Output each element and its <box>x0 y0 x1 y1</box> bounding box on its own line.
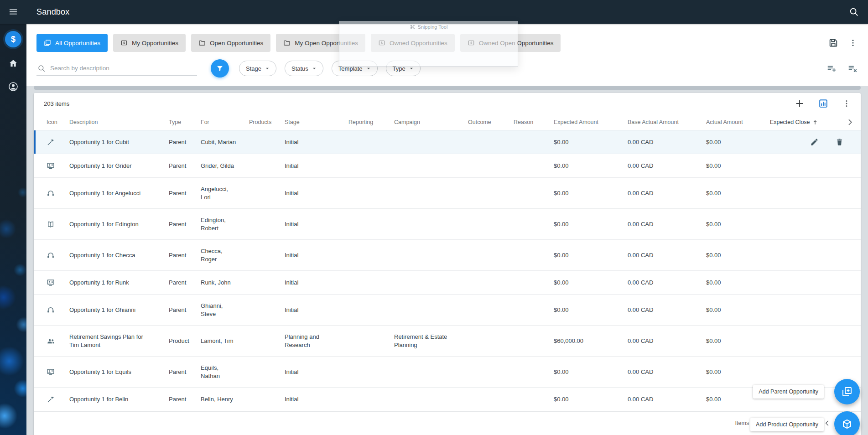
cell-description: Retirement Savings Plan for Tim Lamont <box>69 333 169 349</box>
column-header-description[interactable]: Description <box>69 119 169 125</box>
copy-icon <box>44 39 51 47</box>
monitor-icon <box>34 368 69 376</box>
folder-icon <box>198 39 206 47</box>
delete-row-button[interactable] <box>834 136 845 148</box>
column-header-expected-close[interactable]: Expected Close <box>770 119 839 125</box>
chevron-left-icon <box>823 419 832 427</box>
view-chips-row: All Opportunities My Opportunities Open … <box>26 24 868 52</box>
view-chip-all-opportunities[interactable]: All Opportunities <box>36 34 108 52</box>
opportunity-icon <box>378 39 385 47</box>
table-row[interactable]: Opportunity 1 for Cubit Parent Cubit, Ma… <box>34 130 861 154</box>
table-row[interactable]: Opportunity 1 for Edington Parent Edingt… <box>34 209 861 240</box>
cell-base-actual-amount: 0.00 CAD <box>628 279 706 287</box>
column-header-actual-amount[interactable]: Actual Amount <box>706 119 770 125</box>
previous-page-button[interactable] <box>823 419 832 427</box>
cell-description: Opportunity 1 for Checca <box>69 251 169 259</box>
add-product-opportunity-fab[interactable] <box>834 411 860 435</box>
dropdown-label: Stage <box>246 65 261 72</box>
playlist-add-icon <box>826 63 837 73</box>
column-header-type[interactable]: Type <box>169 119 201 125</box>
cell-base-actual-amount: 0.00 CAD <box>628 368 706 376</box>
sidebar-item-home[interactable] <box>6 57 20 70</box>
template-filter-dropdown[interactable]: Template <box>332 61 378 76</box>
cell-for: Ghianni, Steve <box>201 302 249 318</box>
chip-label: All Opportunities <box>55 40 100 47</box>
table-row[interactable]: Opportunity 1 for Checca Parent Checca, … <box>34 240 861 271</box>
playlist-add-button[interactable] <box>825 62 838 75</box>
column-header-icon[interactable]: Icon <box>34 119 69 125</box>
table-paginator: Items per page <box>34 411 861 435</box>
items-count: 203 items <box>44 100 69 107</box>
monitor-icon <box>34 162 69 170</box>
table-row[interactable]: Opportunity 1 for Runk Parent Runk, John… <box>34 271 861 295</box>
card-more-button[interactable] <box>841 98 852 109</box>
construction-icon <box>34 395 69 404</box>
column-header-campaign[interactable]: Campaign <box>394 119 468 125</box>
add-button[interactable] <box>793 97 806 110</box>
cell-actual-amount: $0.00 <box>706 251 770 259</box>
column-header-for[interactable]: For <box>201 119 249 125</box>
cell-stage: Initial <box>285 251 348 259</box>
kebab-menu-icon <box>842 99 851 108</box>
status-filter-dropdown[interactable]: Status <box>285 61 323 76</box>
playlist-remove-icon <box>847 63 858 73</box>
bar-chart-icon <box>818 98 828 109</box>
save-view-button[interactable] <box>827 36 840 49</box>
home-icon <box>8 58 18 68</box>
cell-description: Opportunity 1 for Belin <box>69 395 169 404</box>
table-row[interactable]: Opportunity 1 for Angelucci Parent Angel… <box>34 178 861 209</box>
table-row[interactable]: Opportunity 1 for Belin Parent Belin, He… <box>34 388 861 411</box>
column-header-expected-amount[interactable]: Expected Amount <box>554 119 628 125</box>
column-header-reporting[interactable]: Reporting <box>348 119 394 125</box>
column-header-base-actual-amount[interactable]: Base Actual Amount <box>628 119 706 125</box>
view-chip-my-open-opportunities[interactable]: My Open Opportunities <box>276 34 365 52</box>
add-parent-opportunity-fab[interactable] <box>834 379 860 404</box>
view-chip-owned-opportunities[interactable]: Owned Opportunities <box>371 34 455 52</box>
chip-label: Open Opportunities <box>210 40 263 47</box>
column-header-outcome[interactable]: Outcome <box>468 119 514 125</box>
column-header-products[interactable]: Products <box>249 119 285 125</box>
cell-expected-amount: $0.00 <box>554 306 628 314</box>
cell-for: Belin, Henry <box>201 395 249 404</box>
headset-icon <box>34 306 69 314</box>
horizontal-scrollbar[interactable] <box>34 86 861 90</box>
toolbar-more-button[interactable] <box>847 37 859 49</box>
search-input[interactable] <box>50 65 196 72</box>
sidebar-item-opportunities[interactable]: $ <box>5 31 21 47</box>
view-chip-open-opportunities[interactable]: Open Opportunities <box>191 34 270 52</box>
table-row[interactable]: Retirement Savings Plan for Tim Lamont P… <box>34 326 861 357</box>
stage-filter-dropdown[interactable]: Stage <box>239 61 276 76</box>
type-filter-dropdown[interactable]: Type <box>386 61 421 76</box>
chip-label: My Opportunities <box>132 40 178 47</box>
cell-description: Opportunity 1 for Angelucci <box>69 189 169 197</box>
column-header-reason[interactable]: Reason <box>514 119 554 125</box>
chart-view-button[interactable] <box>817 97 830 110</box>
fab-label-add-parent: Add Parent Opportunity <box>753 385 824 399</box>
scroll-columns-right-button[interactable] <box>845 118 854 127</box>
cell-description: Opportunity 1 for Grider <box>69 162 169 170</box>
cube-icon <box>842 419 852 430</box>
view-chip-owned-open-opportunities[interactable]: Owned Open Opportunities <box>460 34 561 52</box>
search-field[interactable] <box>36 62 197 76</box>
dollar-icon: $ <box>11 35 16 44</box>
playlist-remove-button[interactable] <box>846 62 859 75</box>
filter-button[interactable] <box>211 59 229 78</box>
edit-row-button[interactable] <box>809 136 820 148</box>
cell-for: Angelucci, Lori <box>201 185 249 201</box>
table-row[interactable]: Opportunity 1 for Ghianni Parent Ghianni… <box>34 295 861 326</box>
hamburger-menu-icon[interactable] <box>0 7 26 17</box>
cell-description: Opportunity 1 for Cubit <box>69 138 169 146</box>
column-header-stage[interactable]: Stage <box>285 119 348 125</box>
cell-type: Parent <box>169 251 201 259</box>
search-icon[interactable] <box>849 7 859 17</box>
cell-expected-amount: $0.00 <box>554 279 628 287</box>
view-chip-my-opportunities[interactable]: My Opportunities <box>113 34 186 52</box>
sidebar-item-account[interactable] <box>6 79 21 94</box>
trash-icon <box>835 138 844 146</box>
table-row[interactable]: Opportunity 1 for Equils Parent Equils, … <box>34 357 861 388</box>
table-row[interactable]: Opportunity 1 for Grider Parent Grider, … <box>34 154 861 178</box>
page-title: Sandbox <box>36 7 69 17</box>
dropdown-label: Status <box>291 65 308 72</box>
cell-stage: Initial <box>285 189 348 197</box>
content-area: 203 items Icon Description Type For Prod… <box>26 86 868 435</box>
